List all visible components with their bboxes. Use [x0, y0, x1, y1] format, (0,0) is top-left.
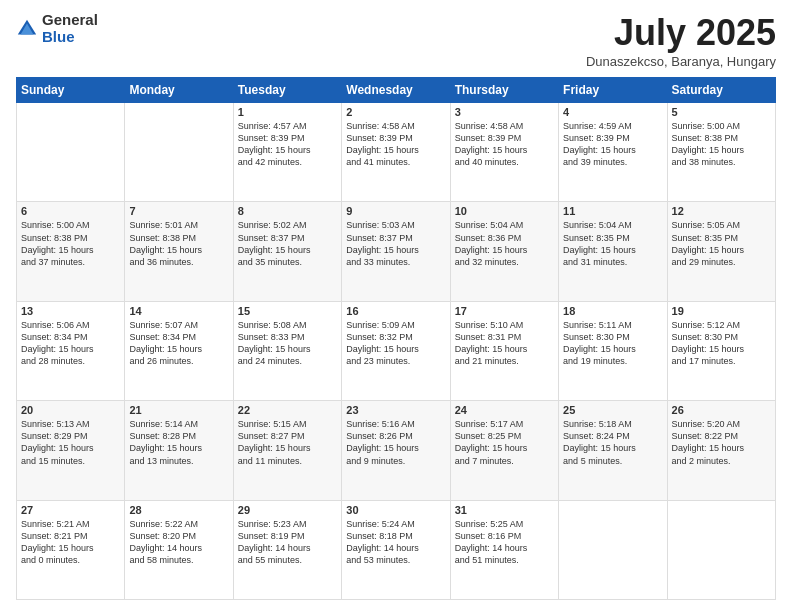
logo-general-text: General — [42, 11, 98, 28]
header-thursday: Thursday — [450, 78, 558, 103]
calendar-cell: 31Sunrise: 5:25 AM Sunset: 8:16 PM Dayli… — [450, 500, 558, 599]
cell-content: Sunrise: 5:20 AM Sunset: 8:22 PM Dayligh… — [672, 418, 771, 467]
cell-content: Sunrise: 5:00 AM Sunset: 8:38 PM Dayligh… — [672, 120, 771, 169]
calendar-cell: 24Sunrise: 5:17 AM Sunset: 8:25 PM Dayli… — [450, 401, 558, 500]
cell-content: Sunrise: 5:00 AM Sunset: 8:38 PM Dayligh… — [21, 219, 120, 268]
cell-content: Sunrise: 5:13 AM Sunset: 8:29 PM Dayligh… — [21, 418, 120, 467]
cell-content: Sunrise: 4:57 AM Sunset: 8:39 PM Dayligh… — [238, 120, 337, 169]
cell-content: Sunrise: 5:12 AM Sunset: 8:30 PM Dayligh… — [672, 319, 771, 368]
calendar-cell: 29Sunrise: 5:23 AM Sunset: 8:19 PM Dayli… — [233, 500, 341, 599]
calendar-cell: 27Sunrise: 5:21 AM Sunset: 8:21 PM Dayli… — [17, 500, 125, 599]
day-number: 27 — [21, 504, 120, 516]
day-number: 3 — [455, 106, 554, 118]
header-sunday: Sunday — [17, 78, 125, 103]
calendar-cell: 19Sunrise: 5:12 AM Sunset: 8:30 PM Dayli… — [667, 301, 775, 400]
day-number: 29 — [238, 504, 337, 516]
day-number: 17 — [455, 305, 554, 317]
cell-content: Sunrise: 5:06 AM Sunset: 8:34 PM Dayligh… — [21, 319, 120, 368]
cell-content: Sunrise: 5:04 AM Sunset: 8:35 PM Dayligh… — [563, 219, 662, 268]
calendar-cell: 15Sunrise: 5:08 AM Sunset: 8:33 PM Dayli… — [233, 301, 341, 400]
calendar-cell: 16Sunrise: 5:09 AM Sunset: 8:32 PM Dayli… — [342, 301, 450, 400]
calendar-week-4: 20Sunrise: 5:13 AM Sunset: 8:29 PM Dayli… — [17, 401, 776, 500]
title-block: July 2025 Dunaszekcso, Baranya, Hungary — [586, 12, 776, 69]
calendar-cell: 3Sunrise: 4:58 AM Sunset: 8:39 PM Daylig… — [450, 103, 558, 202]
page: General Blue July 2025 Dunaszekcso, Bara… — [0, 0, 792, 612]
cell-content: Sunrise: 5:15 AM Sunset: 8:27 PM Dayligh… — [238, 418, 337, 467]
calendar-cell: 17Sunrise: 5:10 AM Sunset: 8:31 PM Dayli… — [450, 301, 558, 400]
calendar-cell: 22Sunrise: 5:15 AM Sunset: 8:27 PM Dayli… — [233, 401, 341, 500]
calendar-cell: 28Sunrise: 5:22 AM Sunset: 8:20 PM Dayli… — [125, 500, 233, 599]
cell-content: Sunrise: 4:58 AM Sunset: 8:39 PM Dayligh… — [455, 120, 554, 169]
day-number: 14 — [129, 305, 228, 317]
calendar-title: July 2025 — [586, 12, 776, 54]
calendar-week-3: 13Sunrise: 5:06 AM Sunset: 8:34 PM Dayli… — [17, 301, 776, 400]
cell-content: Sunrise: 5:09 AM Sunset: 8:32 PM Dayligh… — [346, 319, 445, 368]
day-number: 10 — [455, 205, 554, 217]
day-number: 8 — [238, 205, 337, 217]
day-number: 6 — [21, 205, 120, 217]
logo: General Blue — [16, 12, 98, 45]
calendar-cell — [667, 500, 775, 599]
day-number: 30 — [346, 504, 445, 516]
calendar-cell: 9Sunrise: 5:03 AM Sunset: 8:37 PM Daylig… — [342, 202, 450, 301]
cell-content: Sunrise: 5:25 AM Sunset: 8:16 PM Dayligh… — [455, 518, 554, 567]
header-friday: Friday — [559, 78, 667, 103]
header-monday: Monday — [125, 78, 233, 103]
day-number: 1 — [238, 106, 337, 118]
cell-content: Sunrise: 5:18 AM Sunset: 8:24 PM Dayligh… — [563, 418, 662, 467]
logo-icon — [16, 18, 38, 40]
calendar-cell — [559, 500, 667, 599]
day-number: 26 — [672, 404, 771, 416]
calendar-cell: 18Sunrise: 5:11 AM Sunset: 8:30 PM Dayli… — [559, 301, 667, 400]
calendar-cell: 11Sunrise: 5:04 AM Sunset: 8:35 PM Dayli… — [559, 202, 667, 301]
day-number: 21 — [129, 404, 228, 416]
calendar-week-1: 1Sunrise: 4:57 AM Sunset: 8:39 PM Daylig… — [17, 103, 776, 202]
cell-content: Sunrise: 5:16 AM Sunset: 8:26 PM Dayligh… — [346, 418, 445, 467]
cell-content: Sunrise: 5:23 AM Sunset: 8:19 PM Dayligh… — [238, 518, 337, 567]
cell-content: Sunrise: 5:01 AM Sunset: 8:38 PM Dayligh… — [129, 219, 228, 268]
day-number: 7 — [129, 205, 228, 217]
calendar-cell: 7Sunrise: 5:01 AM Sunset: 8:38 PM Daylig… — [125, 202, 233, 301]
day-number: 13 — [21, 305, 120, 317]
calendar-cell: 1Sunrise: 4:57 AM Sunset: 8:39 PM Daylig… — [233, 103, 341, 202]
calendar-cell: 26Sunrise: 5:20 AM Sunset: 8:22 PM Dayli… — [667, 401, 775, 500]
calendar-cell: 23Sunrise: 5:16 AM Sunset: 8:26 PM Dayli… — [342, 401, 450, 500]
calendar-cell: 20Sunrise: 5:13 AM Sunset: 8:29 PM Dayli… — [17, 401, 125, 500]
day-number: 19 — [672, 305, 771, 317]
calendar-cell: 8Sunrise: 5:02 AM Sunset: 8:37 PM Daylig… — [233, 202, 341, 301]
cell-content: Sunrise: 5:02 AM Sunset: 8:37 PM Dayligh… — [238, 219, 337, 268]
calendar-cell: 5Sunrise: 5:00 AM Sunset: 8:38 PM Daylig… — [667, 103, 775, 202]
day-number: 24 — [455, 404, 554, 416]
header-tuesday: Tuesday — [233, 78, 341, 103]
calendar-cell: 10Sunrise: 5:04 AM Sunset: 8:36 PM Dayli… — [450, 202, 558, 301]
cell-content: Sunrise: 5:08 AM Sunset: 8:33 PM Dayligh… — [238, 319, 337, 368]
calendar-table: Sunday Monday Tuesday Wednesday Thursday… — [16, 77, 776, 600]
cell-content: Sunrise: 5:11 AM Sunset: 8:30 PM Dayligh… — [563, 319, 662, 368]
cell-content: Sunrise: 5:21 AM Sunset: 8:21 PM Dayligh… — [21, 518, 120, 567]
day-number: 11 — [563, 205, 662, 217]
day-number: 15 — [238, 305, 337, 317]
day-number: 2 — [346, 106, 445, 118]
calendar-week-2: 6Sunrise: 5:00 AM Sunset: 8:38 PM Daylig… — [17, 202, 776, 301]
calendar-cell — [17, 103, 125, 202]
calendar-cell: 25Sunrise: 5:18 AM Sunset: 8:24 PM Dayli… — [559, 401, 667, 500]
calendar-cell: 4Sunrise: 4:59 AM Sunset: 8:39 PM Daylig… — [559, 103, 667, 202]
cell-content: Sunrise: 5:05 AM Sunset: 8:35 PM Dayligh… — [672, 219, 771, 268]
day-number: 4 — [563, 106, 662, 118]
calendar-cell: 30Sunrise: 5:24 AM Sunset: 8:18 PM Dayli… — [342, 500, 450, 599]
cell-content: Sunrise: 5:22 AM Sunset: 8:20 PM Dayligh… — [129, 518, 228, 567]
day-number: 22 — [238, 404, 337, 416]
calendar-cell: 21Sunrise: 5:14 AM Sunset: 8:28 PM Dayli… — [125, 401, 233, 500]
day-number: 5 — [672, 106, 771, 118]
calendar-week-5: 27Sunrise: 5:21 AM Sunset: 8:21 PM Dayli… — [17, 500, 776, 599]
calendar-location: Dunaszekcso, Baranya, Hungary — [586, 54, 776, 69]
cell-content: Sunrise: 5:10 AM Sunset: 8:31 PM Dayligh… — [455, 319, 554, 368]
cell-content: Sunrise: 5:07 AM Sunset: 8:34 PM Dayligh… — [129, 319, 228, 368]
calendar-cell — [125, 103, 233, 202]
header-saturday: Saturday — [667, 78, 775, 103]
day-number: 31 — [455, 504, 554, 516]
day-number: 28 — [129, 504, 228, 516]
day-number: 18 — [563, 305, 662, 317]
cell-content: Sunrise: 4:58 AM Sunset: 8:39 PM Dayligh… — [346, 120, 445, 169]
calendar-cell: 13Sunrise: 5:06 AM Sunset: 8:34 PM Dayli… — [17, 301, 125, 400]
